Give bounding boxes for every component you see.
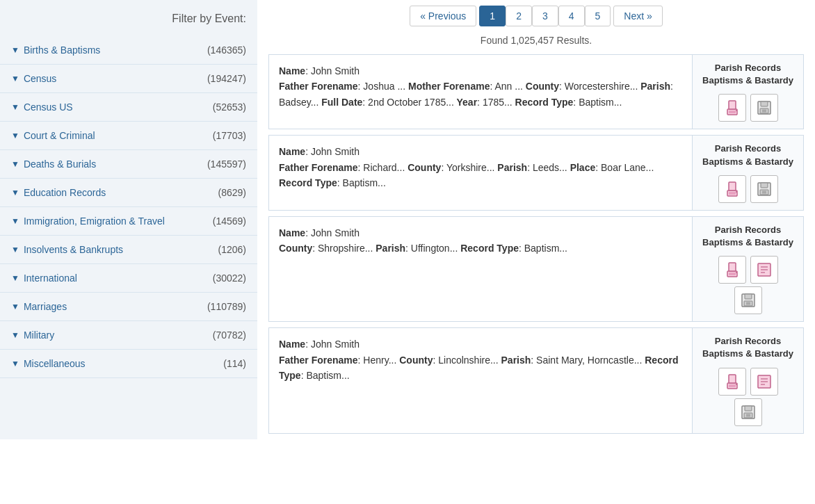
next-button[interactable]: Next » [613,6,662,26]
view-button[interactable] [750,256,778,284]
record-name: Name: John Smith [279,144,682,159]
svg-rect-30 [729,384,736,387]
svg-rect-29 [729,375,736,383]
sidebar: Filter by Event: ▼ Births & Baptisms (14… [0,0,257,439]
record-type-sidebar: Parish Records Baptisms & Bastardy [692,55,803,129]
sidebar-item-count: (70782) [213,330,246,341]
sidebar-item-miscellaneous[interactable]: ▼ Miscellaneous (114) [0,350,257,378]
svg-rect-27 [746,302,750,305]
svg-rect-39 [746,414,750,416]
sidebar-item-census[interactable]: ▼ Census (194247) [0,65,257,93]
page-4-button[interactable]: 4 [558,6,585,26]
sidebar-item-count: (14569) [213,216,246,227]
save-button[interactable] [750,175,778,203]
chevron-icon: ▼ [11,359,19,368]
print-button[interactable] [718,256,746,284]
record-name: Name: John Smith [279,63,682,79]
sidebar-item-education-records[interactable]: ▼ Education Records (8629) [0,179,257,207]
page-3-button[interactable]: 3 [532,6,558,26]
sidebar-item-label: Census [24,73,56,84]
page-5-button[interactable]: 5 [585,6,611,26]
sidebar-item-military[interactable]: ▼ Military (70782) [0,321,257,350]
sidebar-item-label: Marriages [24,301,67,312]
record-type-title: Parish Records Baptisms & Bastardy [700,224,796,249]
record-details: Father Forename: Joshua ... Mother Foren… [279,79,682,110]
results-count: Found 1,025,457 Results. [268,32,804,54]
sidebar-item-label: Miscellaneous [24,358,86,369]
chevron-icon: ▼ [11,330,19,340]
record-type-sidebar: Parish Records Baptisms & Bastardy [692,328,803,432]
sidebar-item-label: Immigration, Emigration & Travel [24,216,165,227]
sidebar-item-label: Births & Baptisms [24,44,100,56]
sidebar-item-label: Deaths & Burials [24,158,96,170]
sidebar-item-count: (8629) [218,187,246,198]
sidebar-item-label: Insolvents & Bankrupts [24,244,123,255]
svg-rect-2 [729,111,736,113]
chevron-icon: ▼ [11,131,19,140]
svg-rect-7 [762,110,766,113]
sidebar-item-count: (52653) [213,101,246,113]
record-type-title: Parish Records Baptisms & Bastardy [700,62,796,87]
sidebar-item-census-us[interactable]: ▼ Census US (52653) [0,93,257,122]
svg-rect-1 [729,101,736,109]
view-button[interactable] [750,368,778,396]
save-button[interactable] [750,94,778,122]
svg-rect-18 [729,273,736,275]
record-name: Name: John Smith [279,336,682,352]
main-content: « Previous 12345 Next » Found 1,025,457 … [257,0,815,439]
svg-rect-13 [761,183,768,188]
sidebar-item-international[interactable]: ▼ International (30022) [0,264,257,293]
record-card-4: Name: John Smith Father Forename: Henry.… [268,327,804,433]
record-info: Name: John Smith Father Forename: Richar… [269,136,692,209]
svg-point-11 [736,191,737,193]
sidebar-item-label: Census US [24,101,73,113]
svg-rect-25 [745,294,752,299]
sidebar-title: Filter by Event: [0,7,257,36]
record-details: County: Shropshire... Parish: Uffington.… [279,241,682,256]
page-1-button[interactable]: 1 [479,6,506,26]
record-card-3: Name: John Smith County: Shropshire... P… [268,216,804,322]
sidebar-item-insolvents---bankrupts[interactable]: ▼ Insolvents & Bankrupts (1206) [0,236,257,264]
sidebar-item-count: (110789) [207,301,246,312]
prev-button[interactable]: « Previous [410,6,476,26]
sidebar-item-count: (1206) [218,244,246,255]
sidebar-item-count: (194247) [207,73,246,84]
print-button[interactable] [718,175,746,203]
sidebar-item-count: (114) [223,358,246,369]
record-type-title: Parish Records Baptisms & Bastardy [700,335,796,360]
record-type-title: Parish Records Baptisms & Bastardy [700,143,796,168]
svg-rect-9 [729,182,736,190]
record-details: Father Forename: Richard... County: York… [279,160,682,191]
sidebar-item-label: Education Records [24,187,106,198]
print-button[interactable] [718,368,746,396]
record-details: Father Forename: Henry... County: Lincol… [279,352,682,384]
sidebar-item-births---baptisms[interactable]: ▼ Births & Baptisms (146365) [0,36,257,65]
record-type-sidebar: Parish Records Baptisms & Bastardy [692,217,803,321]
chevron-icon: ▼ [11,74,19,83]
sidebar-item-deaths---burials[interactable]: ▼ Deaths & Burials (145597) [0,150,257,179]
record-info: Name: John Smith Father Forename: Henry.… [269,328,692,432]
sidebar-item-marriages[interactable]: ▼ Marriages (110789) [0,293,257,321]
save-button[interactable] [734,286,762,314]
save-button[interactable] [734,398,762,426]
sidebar-item-count: (17703) [213,130,246,141]
chevron-icon: ▼ [11,45,19,55]
sidebar-item-label: International [24,273,77,284]
sidebar-item-court---criminal[interactable]: ▼ Court & Criminal (17703) [0,122,257,150]
record-card-1: Name: John Smith Father Forename: Joshua… [268,54,804,129]
page-2-button[interactable]: 2 [506,6,532,26]
chevron-icon: ▼ [11,245,19,254]
pagination: « Previous 12345 Next » [268,0,804,32]
chevron-icon: ▼ [11,188,19,197]
sidebar-item-count: (30022) [213,273,246,284]
print-button[interactable] [718,94,746,122]
record-info: Name: John Smith Father Forename: Joshua… [269,55,692,129]
svg-point-19 [736,272,737,273]
sidebar-item-label: Court & Criminal [24,130,95,141]
chevron-icon: ▼ [11,302,19,311]
svg-rect-15 [762,190,766,193]
record-info: Name: John Smith County: Shropshire... P… [269,217,692,321]
sidebar-item-immigration--emigration---travel[interactable]: ▼ Immigration, Emigration & Travel (1456… [0,207,257,236]
chevron-icon: ▼ [11,159,19,169]
svg-point-31 [736,384,737,385]
